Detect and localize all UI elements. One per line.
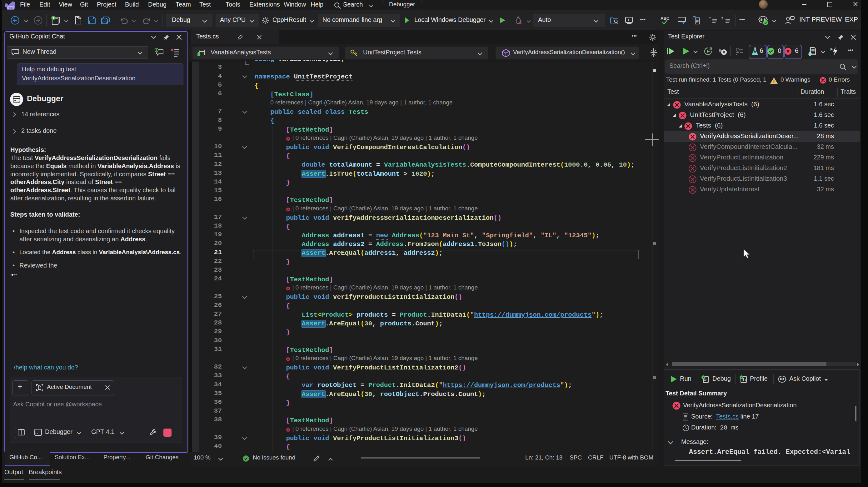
svg-text:?: ? [721,17,723,20]
svg-text:ABC: ABC [660,16,670,21]
svg-text:PRE: PRE [8,7,13,10]
